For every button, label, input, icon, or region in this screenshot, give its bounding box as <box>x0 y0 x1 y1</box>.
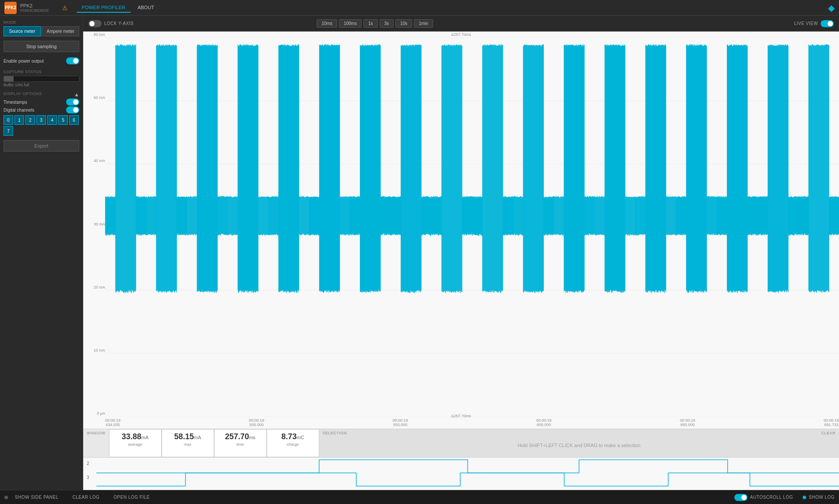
digital-chart: 2 3 <box>83 457 839 490</box>
digital-channels-toggle[interactable] <box>66 106 79 113</box>
device-id: F5563CB838DE <box>20 8 49 13</box>
digital-channels-group: 0 1 2 3 4 5 6 7 <box>4 115 79 136</box>
side-panel-indicator <box>4 496 8 499</box>
capture-status-bar <box>4 76 79 82</box>
y-label-30: 30 mA <box>85 222 105 226</box>
timestamps-label: Timestamps <box>4 100 27 105</box>
selection-section: SELECTION CLEAR Hold SHIFT+LEFT CLICK an… <box>319 429 839 457</box>
power-output-label: Enable power output <box>4 59 44 63</box>
lock-y-axis-row: LOCK Y-AXIS <box>88 20 134 27</box>
timestamps-row: Timestamps <box>4 99 79 106</box>
timestamps-toggle[interactable] <box>66 99 79 106</box>
export-button[interactable]: Export <box>4 140 79 152</box>
digital-ch-2-label: 2 <box>87 461 89 466</box>
x-tick-1: 00:00:19500.000 <box>249 418 264 427</box>
time-btn-10ms[interactable]: 10ms <box>317 19 337 28</box>
live-view-label: LIVE VIEW <box>794 21 818 26</box>
topbar: PPK2 PPK2 F5563CB838DE ⚠ POWER PROFILER … <box>0 0 839 16</box>
window-label: WINDOW <box>87 431 106 435</box>
live-view-row: LIVE VIEW <box>794 20 834 27</box>
ch-btn-7[interactable]: 7 <box>4 126 13 136</box>
digital-ch-3-label: 3 <box>87 475 89 480</box>
bottom-stats: WINDOW 33.88mA average 58.15mA max <box>83 429 839 457</box>
show-side-panel-row: SHOW SIDE PANEL <box>4 493 63 501</box>
chart-area: LOCK Y-AXIS 10ms 100ms 1s 3s 10s 1min LI… <box>83 16 839 490</box>
autoscroll-toggle[interactable] <box>734 494 747 501</box>
open-log-file-button[interactable]: OPEN LOG FILE <box>109 493 154 501</box>
average-value: 33.88mA <box>116 432 154 441</box>
max-value: 58.15mA <box>169 432 207 441</box>
ch-btn-4[interactable]: 4 <box>47 115 57 125</box>
ch-btn-5[interactable]: 5 <box>58 115 68 125</box>
time-btn-1min[interactable]: 1min <box>414 19 433 28</box>
stats-group: 33.88mA average 58.15mA max 257.70ms tim… <box>109 429 319 457</box>
stat-time: 257.70ms time <box>214 429 267 457</box>
capture-status-label: CAPTURE STATUS <box>4 70 79 74</box>
topbar-nav: POWER PROFILER ABOUT <box>77 3 160 13</box>
main-chart-canvas <box>105 38 839 416</box>
time-btn-1s[interactable]: 1s <box>363 19 378 28</box>
selection-hint: Hold SHIFT+LEFT CLICK and DRAG to make a… <box>323 435 836 455</box>
chart-toolbar: LOCK Y-AXIS 10ms 100ms 1s 3s 10s 1min LI… <box>83 16 839 32</box>
time-button-group: 10ms 100ms 1s 3s 10s 1min <box>317 19 433 28</box>
digital-channels-row: Digital channels <box>4 106 79 113</box>
collapse-icon: ▲ <box>74 92 79 98</box>
capture-status-fill <box>4 76 14 81</box>
display-options-section: DISPLAY OPTIONS ▲ Timestamps Digital cha… <box>4 92 79 136</box>
show-log-indicator <box>803 496 806 499</box>
nav-power-profiler[interactable]: POWER PROFILER <box>77 3 131 13</box>
y-label-50: 50 mA <box>85 95 105 100</box>
time-btn-3s[interactable]: 3s <box>380 19 394 28</box>
ch-btn-2[interactable]: 2 <box>25 115 35 125</box>
stop-sampling-button[interactable]: Stop sampling <box>4 41 79 52</box>
mode-section: MODE Source meter Ampere meter <box>4 20 79 36</box>
y-label-10: 10 mA <box>85 348 105 352</box>
ch-btn-6[interactable]: 6 <box>69 115 79 125</box>
warning-icon: ⚠ <box>62 4 68 11</box>
buffer-text: Buffer 13% full <box>4 83 79 87</box>
time-btn-100ms[interactable]: 100ms <box>339 19 362 28</box>
show-side-panel-button[interactable]: SHOW SIDE PANEL <box>11 493 63 501</box>
app-logo-name: PPK2 <box>20 3 40 8</box>
autoscroll-row: AUTOSCROLL LOG <box>734 494 793 501</box>
power-output-toggle[interactable] <box>66 57 79 64</box>
digital-channels-label: Digital channels <box>4 108 35 113</box>
sidebar: MODE Source meter Ampere meter Stop samp… <box>0 16 83 490</box>
x-axis: 00:00:19434.035 00:00:19500.000 00:00:19… <box>105 418 839 427</box>
ampere-meter-button[interactable]: Ampere meter <box>42 26 80 36</box>
clear-log-button[interactable]: CLEAR LOG <box>68 493 104 501</box>
display-options-label: DISPLAY OPTIONS <box>4 92 42 96</box>
live-view-toggle[interactable] <box>821 20 834 27</box>
x-tick-2: 00:00:19550.000 <box>392 418 408 427</box>
lock-y-toggle[interactable] <box>88 20 102 27</box>
mode-label: MODE <box>4 20 79 25</box>
x-tick-5: 00:00:19691.733 <box>824 418 839 427</box>
show-log-label: SHOW LOG <box>809 495 835 500</box>
ch-btn-1[interactable]: 1 <box>14 115 24 125</box>
nav-about[interactable]: ABOUT <box>132 3 159 13</box>
time-label: time <box>222 442 259 447</box>
charge-label: charge <box>274 442 312 447</box>
selection-label: SELECTION <box>323 431 836 435</box>
y-label-40: 40 mA <box>85 159 105 163</box>
y-label-60: 60 mA <box>85 32 105 37</box>
lock-y-label: LOCK Y-AXIS <box>104 21 134 26</box>
stat-average: 33.88mA average <box>109 429 162 457</box>
bottom-bar: SHOW SIDE PANEL CLEAR LOG OPEN LOG FILE … <box>0 490 839 504</box>
show-log-row: SHOW LOG <box>803 495 835 500</box>
time-btn-10s[interactable]: 10s <box>395 19 412 28</box>
main-layout: MODE Source meter Ampere meter Stop samp… <box>0 16 839 490</box>
ch-btn-0[interactable]: 0 <box>4 115 13 125</box>
x-tick-3: 00:00:19600.000 <box>536 418 552 427</box>
delta-label-bottom: Δ257.70ms <box>451 414 471 418</box>
display-options-header[interactable]: DISPLAY OPTIONS ▲ <box>4 92 79 98</box>
capture-status-section: CAPTURE STATUS Buffer 13% full <box>4 70 79 87</box>
clear-button[interactable]: CLEAR <box>821 431 835 435</box>
x-tick-0: 00:00:19434.035 <box>105 418 120 427</box>
autoscroll-label: AUTOSCROLL LOG <box>750 495 793 500</box>
app-logo: PPK2 <box>4 2 17 14</box>
power-output-row: Enable power output <box>4 57 79 64</box>
ch-btn-3[interactable]: 3 <box>36 115 46 125</box>
stat-charge: 8.73mC charge <box>267 429 319 457</box>
source-meter-button[interactable]: Source meter <box>4 26 41 36</box>
